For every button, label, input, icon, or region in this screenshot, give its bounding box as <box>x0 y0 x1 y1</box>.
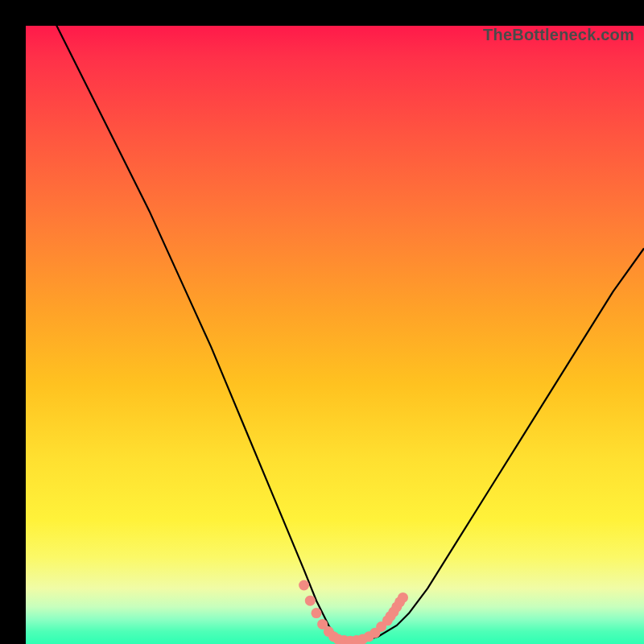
highlight-dot <box>312 608 322 618</box>
highlight-dot <box>305 596 316 606</box>
highlight-dot <box>398 592 408 603</box>
bottleneck-curve-path <box>26 26 644 641</box>
plot-area: TheBottleneck.com <box>26 26 644 644</box>
highlight-dots-group <box>299 580 408 645</box>
highlight-dot <box>299 580 309 591</box>
bottleneck-curve-svg <box>26 26 644 644</box>
chart-frame: TheBottleneck.com <box>0 0 644 644</box>
attribution-watermark: TheBottleneck.com <box>483 26 634 43</box>
